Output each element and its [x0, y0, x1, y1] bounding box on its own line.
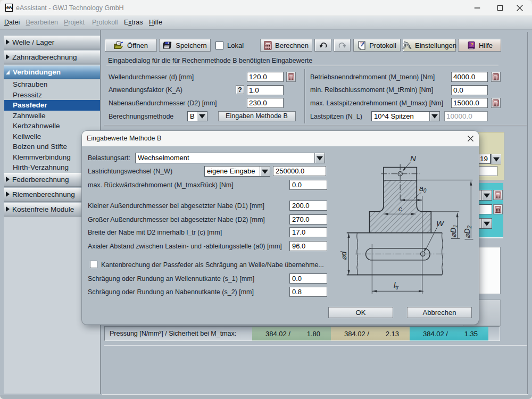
svg-text:ltr: ltr — [394, 280, 399, 290]
svg-text:a0: a0 — [419, 184, 427, 194]
svg-text:W: W — [436, 219, 445, 228]
svg-text:⌀d: ⌀d — [339, 251, 348, 260]
svg-text:?: ? — [470, 42, 473, 47]
svg-text:⌀D2: ⌀D2 — [463, 225, 472, 238]
svg-text:⌀D1: ⌀D1 — [449, 225, 459, 237]
svg-text:N: N — [410, 154, 416, 163]
svg-text:c: c — [398, 205, 402, 213]
